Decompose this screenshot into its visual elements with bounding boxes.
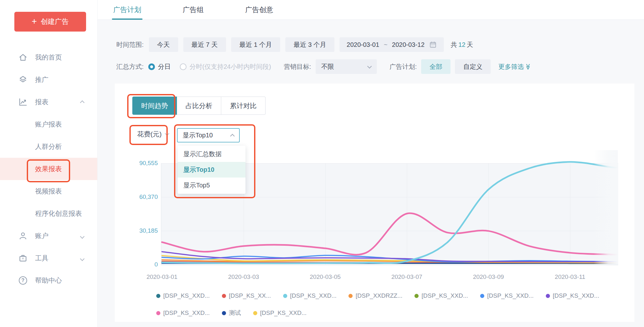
report-submenu: 账户报表人群分析效果报表视频报表程序化创意报表 (0, 113, 97, 225)
chart-tab-累计对比[interactable]: 累计对比 (221, 97, 266, 115)
legend-label: [DSP_XXDRZZ... (355, 292, 402, 299)
sidebar-subitem-程序化创意报表[interactable]: 程序化创意报表 (0, 202, 97, 225)
marketing-goal-select[interactable]: 不限 (316, 59, 377, 74)
legend-item[interactable]: [DSP_KS_XX... (222, 292, 271, 299)
sidebar-item-推广[interactable]: 推广 (0, 69, 97, 91)
more-filters-button[interactable]: 更多筛选 ≫ (498, 62, 531, 71)
time-range-row: 时间范围: 今天最近 7 天最近 1 个月最近 3 个月 2020-03-01 … (116, 37, 473, 52)
radio-by-hour-label[interactable]: 分时(仅支持24小时内时间段) (190, 62, 271, 71)
legend-item[interactable]: 测试 (222, 309, 241, 317)
radio-by-hour[interactable] (180, 63, 187, 70)
legend-item[interactable]: [DSP_XXDRZZ... (348, 292, 402, 299)
chevron-down-icon (80, 257, 84, 261)
chart-legend-row-1: [DSP_KS_XXD...[DSP_KS_XX...[DSP_KS_XXD..… (156, 292, 599, 299)
total-days-value: 12 (457, 41, 467, 48)
sidebar-item-label: 我的首页 (35, 53, 62, 62)
sidebar-item-label: 账户 (35, 231, 48, 240)
legend-dot (253, 311, 257, 315)
sidebar-subitem-人群分析[interactable]: 人群分析 (0, 135, 97, 158)
toolbox-icon (18, 254, 27, 263)
date-range-picker[interactable]: 2020-03-01 ~ 2020-03-12 (340, 37, 443, 52)
legend-label: [DSP_KS_XXD... (487, 292, 534, 299)
chevron-down-icon (165, 131, 169, 136)
tab-广告计划[interactable]: 广告计划 (113, 0, 141, 20)
top-tab-bar: 广告计划广告组广告创意 (97, 0, 644, 20)
create-ad-label: 创建广告 (41, 17, 69, 26)
sidebar-item-我的首页[interactable]: 我的首页 (0, 46, 97, 69)
y-tick-label: 0 (120, 261, 158, 268)
sidebar-subitem-账户报表[interactable]: 账户报表 (0, 113, 97, 135)
legend-item[interactable]: [DSP_KS_XXD... (283, 292, 337, 299)
sidebar-subitem-视频报表[interactable]: 视频报表 (0, 180, 97, 202)
quick-range-chip-最近 7 天[interactable]: 最近 7 天 (183, 37, 226, 52)
sidebar-item-工具[interactable]: 工具 (0, 247, 97, 269)
vertical-gridline (407, 163, 407, 265)
sidebar-item-label: 工具 (35, 254, 48, 263)
campaign-custom-chip[interactable]: 自定义 (455, 59, 491, 74)
legend-dot (156, 294, 160, 298)
chart-tab-占比分析[interactable]: 占比分析 (177, 97, 221, 115)
x-tick-label: 2020-03-07 (383, 273, 431, 280)
calendar-icon[interactable] (429, 41, 437, 48)
legend-dot (222, 311, 226, 315)
vertical-gridline (570, 163, 570, 265)
tab-广告组[interactable]: 广告组 (183, 0, 204, 20)
topn-option-显示Top10[interactable]: 显示Top10 (178, 162, 245, 178)
legend-dot (414, 294, 419, 298)
create-ad-button[interactable]: + 创建广告 (14, 12, 86, 32)
app: + 创建广告 我的首页推广报表 账户报表人群分析效果报表视频报表程序化创意报表 … (0, 0, 644, 327)
date-end[interactable]: 2020-03-12 (392, 41, 424, 48)
home-icon (18, 53, 27, 62)
tab-广告创意[interactable]: 广告创意 (245, 0, 273, 20)
legend-label: [DSP_KS_XXD... (260, 309, 307, 316)
double-chevron-down-icon: ≫ (525, 63, 531, 70)
chart-tab-时间趋势[interactable]: 时间趋势 (132, 97, 177, 115)
campaign-filter-label: 广告计划: (390, 62, 417, 71)
chart-view-tabs: 时间趋势占比分析累计对比 (132, 97, 266, 115)
x-tick-label: 2020-03-09 (465, 273, 512, 280)
legend-dot (546, 294, 550, 298)
legend-item[interactable]: [DSP_KS_XXD... (156, 309, 210, 317)
summary-label: 汇总方式: (116, 62, 144, 71)
date-start[interactable]: 2020-03-01 (347, 41, 379, 48)
layers-icon (18, 75, 27, 84)
user-icon (18, 231, 27, 240)
sidebar-item-账户[interactable]: 账户 (0, 225, 97, 247)
sidebar: + 创建广告 我的首页推广报表 账户报表人群分析效果报表视频报表程序化创意报表 … (0, 0, 98, 327)
sidebar-subitem-效果报表[interactable]: 效果报表 (0, 158, 97, 180)
horizontal-gridline (161, 197, 618, 197)
marketing-goal-label: 营销目标: (284, 62, 311, 71)
chevron-up-icon (230, 134, 235, 138)
topn-option-显示汇总数据[interactable]: 显示汇总数据 (178, 146, 245, 162)
radio-by-day-label[interactable]: 分日 (158, 62, 171, 71)
topn-select[interactable]: 显示Top10 (177, 128, 240, 142)
legend-label: [DSP_KS_XXD... (163, 309, 210, 316)
legend-label: [DSP_KS_XXD... (421, 292, 468, 299)
topn-option-显示Top5[interactable]: 显示Top5 (178, 178, 245, 193)
legend-item[interactable]: [DSP_KS_XXD... (546, 292, 599, 299)
legend-item[interactable]: [DSP_KS_XXD... (480, 292, 534, 299)
help-icon: ? (18, 276, 27, 285)
quick-range-chip-最近 1 个月[interactable]: 最近 1 个月 (231, 37, 280, 52)
metric-selector[interactable]: 花费(元) (137, 130, 169, 139)
x-tick-label: 2020-03-11 (546, 273, 594, 280)
summary-row: 汇总方式: 分日 分时(仅支持24小时内时间段) 营销目标: 不限 广告计划: … (116, 59, 531, 74)
quick-range-chip-最近 3 个月[interactable]: 最近 3 个月 (285, 37, 334, 52)
radio-by-day[interactable] (148, 63, 155, 70)
legend-item[interactable]: [DSP_KS_XXD... (253, 309, 307, 317)
sidebar-nav-bottom: 账户工具?帮助中心 (0, 225, 97, 292)
x-tick-label: 2020-03-01 (138, 273, 186, 280)
quick-range-chip-今天[interactable]: 今天 (149, 37, 178, 52)
sidebar-item-报表[interactable]: 报表 (0, 91, 97, 113)
topn-dropdown: 显示汇总数据显示Top10显示Top5 (178, 146, 245, 194)
campaign-all-chip[interactable]: 全部 (421, 59, 450, 74)
legend-item[interactable]: [DSP_KS_XXD... (414, 292, 468, 299)
sidebar-item-帮助中心[interactable]: ?帮助中心 (0, 269, 97, 292)
vertical-gridline (325, 163, 326, 265)
time-range-label: 时间范围: (116, 40, 144, 49)
chevron-up-icon (80, 100, 84, 105)
legend-item[interactable]: [DSP_KS_XXD... (156, 292, 210, 299)
sidebar-item-label: 推广 (35, 75, 48, 84)
legend-label: [DSP_KS_XXD... (163, 292, 210, 299)
sidebar-item-label: 帮助中心 (35, 276, 62, 285)
